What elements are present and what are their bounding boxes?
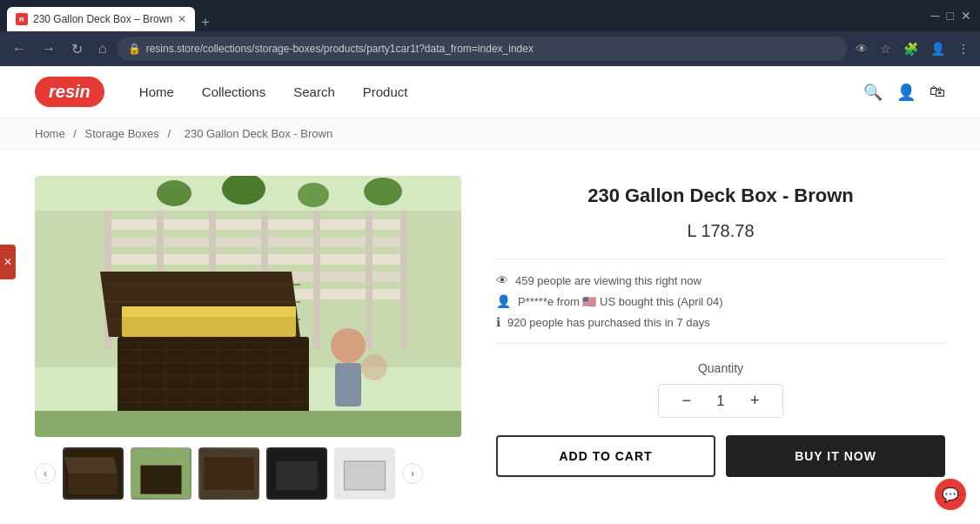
user-icon[interactable]: 👤 xyxy=(927,38,949,59)
svg-rect-13 xyxy=(400,211,407,350)
buyer-proof: 👤 P*****e from 🇺🇸 US bought this (April … xyxy=(496,294,945,308)
product-price: L 178.78 xyxy=(496,221,945,241)
tab-close-button[interactable]: ✕ xyxy=(178,13,186,25)
thumbnail-3[interactable] xyxy=(198,447,259,500)
security-icon: 🔒 xyxy=(128,43,141,55)
main-product-image xyxy=(35,176,461,437)
close-window-button[interactable]: ✕ xyxy=(959,7,973,24)
breadcrumb-sep-1: / xyxy=(73,127,79,140)
thumb-next-button[interactable]: › xyxy=(402,463,423,484)
cart-icon[interactable]: 🛍 xyxy=(930,83,945,101)
close-floating-button[interactable]: ✕ xyxy=(0,245,16,279)
svg-point-42 xyxy=(361,354,387,380)
svg-rect-4 xyxy=(104,254,400,265)
svg-point-40 xyxy=(331,328,366,363)
quantity-section: Quantity − 1 + xyxy=(496,361,945,418)
header-icons: 🔍 👤 🛍 xyxy=(863,83,945,102)
purchased-proof: ℹ 920 people has purchased this in 7 day… xyxy=(496,315,945,329)
svg-rect-45 xyxy=(69,474,118,494)
quantity-control: − 1 + xyxy=(658,384,782,418)
thumbnail-2[interactable] xyxy=(131,447,191,500)
thumb-prev-button[interactable]: ‹ xyxy=(35,463,56,484)
breadcrumb-category[interactable]: Storage Boxes xyxy=(85,127,159,140)
nav-home[interactable]: Home xyxy=(139,84,174,99)
browser-chrome: R 230 Gallon Deck Box – Brown ✕ ＋ ─ □ ✕ xyxy=(0,0,980,31)
svg-rect-43 xyxy=(35,411,461,437)
svg-rect-47 xyxy=(140,466,181,494)
nav-collections[interactable]: Collections xyxy=(202,84,265,99)
url-text: resins.store/collections/storage-boxes/p… xyxy=(146,43,836,55)
purchased-text: 920 people has purchased this in 7 days xyxy=(507,316,710,329)
search-icon[interactable]: 🔍 xyxy=(863,83,883,102)
store-logo[interactable]: resin xyxy=(35,77,104,107)
viewers-text: 459 people are viewing this right now xyxy=(515,274,701,287)
main-nav: Home Collections Search Product xyxy=(139,84,863,99)
buyer-text: P*****e from 🇺🇸 US bought this (April 04… xyxy=(518,295,723,308)
viewers-proof: 👁 459 people are viewing this right now xyxy=(496,273,945,287)
main-content: ‹ › 230 Gallon Deck Box - Brown L 178.78 xyxy=(0,150,980,524)
refresh-button[interactable]: ↻ xyxy=(66,37,88,61)
browser-tabs: R 230 Gallon Deck Box – Brown ✕ ＋ xyxy=(7,0,212,31)
chat-bubble-button[interactable]: 💬 xyxy=(935,479,966,510)
svg-rect-41 xyxy=(335,363,361,406)
tab-title: 230 Gallon Deck Box – Brown xyxy=(33,13,172,25)
address-bar[interactable]: 🔒 resins.store/collections/storage-boxes… xyxy=(117,37,847,61)
social-proof-section: 👁 459 people are viewing this right now … xyxy=(496,273,945,329)
active-tab[interactable]: R 230 Gallon Deck Box – Brown ✕ xyxy=(7,7,195,31)
tab-favicon: R xyxy=(16,13,28,25)
extensions-icon[interactable]: 🧩 xyxy=(900,38,922,59)
svg-rect-49 xyxy=(205,457,254,490)
product-title: 230 Gallon Deck Box - Brown xyxy=(496,185,945,207)
svg-rect-39 xyxy=(122,306,296,317)
thumbnail-5[interactable] xyxy=(334,447,395,500)
thumbnail-1[interactable] xyxy=(63,447,124,500)
nav-product[interactable]: Product xyxy=(363,84,408,99)
toolbar-icons: 👁 ☆ 🧩 👤 ⋮ xyxy=(852,38,973,59)
quantity-increase-button[interactable]: + xyxy=(745,392,765,410)
minimize-button[interactable]: ─ xyxy=(930,7,942,24)
forward-button[interactable]: → xyxy=(37,37,61,60)
buy-now-button[interactable]: BUY IT NOW xyxy=(726,435,945,477)
divider-2 xyxy=(496,343,945,344)
thumbnail-strip: ‹ › xyxy=(35,447,461,500)
quantity-decrease-button[interactable]: − xyxy=(676,392,696,410)
breadcrumb-home[interactable]: Home xyxy=(35,127,65,140)
svg-point-16 xyxy=(298,183,329,207)
breadcrumb-current: 230 Gallon Deck Box - Brown xyxy=(185,127,333,140)
add-to-cart-button[interactable]: ADD TO CART xyxy=(496,435,715,477)
store-header: resin Home Collections Search Product 🔍 … xyxy=(0,66,980,118)
svg-rect-51 xyxy=(276,461,317,490)
breadcrumb: Home / Storage Boxes / 230 Gallon Deck B… xyxy=(0,118,980,150)
breadcrumb-sep-2: / xyxy=(167,127,173,140)
new-tab-button[interactable]: ＋ xyxy=(198,13,212,31)
home-browser-button[interactable]: ⌂ xyxy=(93,37,112,60)
svg-rect-53 xyxy=(344,461,385,490)
thumbnail-4[interactable] xyxy=(266,447,327,500)
back-button[interactable]: ← xyxy=(7,37,31,60)
svg-point-17 xyxy=(364,178,402,205)
product-images-section: ‹ › xyxy=(35,176,461,500)
quantity-label: Quantity xyxy=(496,361,945,375)
action-buttons: ADD TO CART BUY IT NOW xyxy=(496,435,945,477)
svg-rect-2 xyxy=(104,219,400,230)
restore-button[interactable]: □ xyxy=(945,7,956,24)
divider-1 xyxy=(496,259,945,259)
nav-search[interactable]: Search xyxy=(293,84,335,99)
menu-icon[interactable]: ⋮ xyxy=(954,38,973,59)
svg-point-14 xyxy=(157,180,191,206)
bookmark-icon[interactable]: ☆ xyxy=(876,38,895,59)
svg-rect-3 xyxy=(104,237,400,247)
eye-proof-icon: 👁 xyxy=(496,273,508,287)
window-controls: ─ □ ✕ xyxy=(930,7,973,24)
svg-rect-11 xyxy=(313,211,320,350)
address-bar-row: ← → ↻ ⌂ 🔒 resins.store/collections/stora… xyxy=(0,31,980,66)
eye-off-icon[interactable]: 👁 xyxy=(852,38,871,59)
quantity-value: 1 xyxy=(710,393,731,409)
person-proof-icon: 👤 xyxy=(496,294,511,308)
svg-rect-12 xyxy=(366,211,373,350)
info-proof-icon: ℹ xyxy=(496,315,500,329)
account-icon[interactable]: 👤 xyxy=(896,83,916,102)
product-info-section: 230 Gallon Deck Box - Brown L 178.78 👁 4… xyxy=(496,176,945,500)
